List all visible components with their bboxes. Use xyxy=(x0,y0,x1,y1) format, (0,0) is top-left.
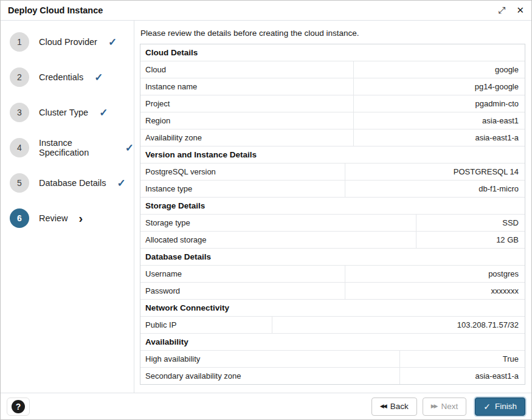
row-label: Username xyxy=(140,266,345,282)
section-title: Storage Details xyxy=(140,198,525,215)
row-label: Project xyxy=(140,95,354,112)
chevron-right-icon: › xyxy=(79,212,83,224)
step-number-badge: 4 xyxy=(10,138,29,157)
dialog-footer: ? ◀◀ Back ▶▶ Next ✓ Finish xyxy=(1,393,531,419)
instruction-text: Please review the details before creatin… xyxy=(140,29,525,38)
row-label: Instance name xyxy=(140,78,354,95)
next-button-label: Next xyxy=(441,402,458,411)
back-button-label: Back xyxy=(390,402,409,411)
row-value: POSTGRESQL 14 xyxy=(345,164,525,180)
row-value: True xyxy=(400,351,525,367)
row-label: Public IP xyxy=(140,317,272,333)
close-icon: ✕ xyxy=(516,5,524,16)
row-value: SSD xyxy=(416,215,525,231)
check-icon: ✓ xyxy=(94,71,103,84)
row-value: asia-east1-a xyxy=(354,129,525,146)
footer-buttons: ◀◀ Back ▶▶ Next ✓ Finish xyxy=(371,398,525,416)
maximize-button[interactable]: ⤢ xyxy=(498,6,505,15)
step-label: Cluster Type xyxy=(39,108,88,117)
row-label: PostgreSQL version xyxy=(140,164,345,180)
table-row: Availability zone asia-east1-a xyxy=(140,129,525,146)
table-row: Public IP 103.208.71.57/32 xyxy=(140,317,525,334)
section-rows: High availability True Secondary availab… xyxy=(140,351,525,384)
wizard-step[interactable]: 1 Cloud Provider ✓ xyxy=(1,24,134,60)
step-number-badge: 3 xyxy=(10,103,29,122)
row-label: Allocated storage xyxy=(140,232,416,248)
section-title: Cloud Details xyxy=(140,44,525,61)
row-label: Instance type xyxy=(140,181,345,197)
row-label: Cloud xyxy=(140,61,354,78)
wizard-sidebar: 1 Cloud Provider ✓ 2 Credentials ✓ 3 Clu… xyxy=(1,21,134,393)
section-title: Network Connectivity xyxy=(140,300,525,317)
row-value: asia-east1-a xyxy=(400,368,525,384)
dialog-body: 1 Cloud Provider ✓ 2 Credentials ✓ 3 Clu… xyxy=(1,21,531,393)
table-row: Secondary availability zone asia-east1-a xyxy=(140,368,525,384)
check-icon: ✓ xyxy=(108,36,117,49)
review-box: Cloud Details Cloud google Instance name… xyxy=(140,44,525,385)
step-label: Review xyxy=(39,213,68,223)
step-number-badge: 2 xyxy=(10,67,29,87)
review-content: Please review the details before creatin… xyxy=(134,21,531,393)
check-icon: ✓ xyxy=(125,142,134,154)
table-row: Instance name pg14-google xyxy=(140,78,525,95)
row-value: db-f1-micro xyxy=(345,181,525,197)
row-label: Secondary availability zone xyxy=(140,368,400,384)
finish-button[interactable]: ✓ Finish xyxy=(475,398,525,416)
review-section: Cloud Details Cloud google Instance name… xyxy=(140,44,525,146)
table-row: Storage type SSD xyxy=(140,215,525,232)
section-title: Version and Instance Details xyxy=(140,146,525,164)
finish-button-label: Finish xyxy=(495,402,517,411)
section-title: Database Details xyxy=(140,249,525,266)
check-icon: ✓ xyxy=(117,177,125,190)
table-row: Instance type db-f1-micro xyxy=(140,181,525,198)
double-left-arrow-icon: ◀◀ xyxy=(380,404,386,409)
wizard-step[interactable]: 4 Instance Specification ✓ xyxy=(1,130,134,165)
section-title: Availability xyxy=(140,334,525,351)
step-label: Credentials xyxy=(39,72,83,82)
review-section: Network Connectivity Public IP 103.208.7… xyxy=(140,300,525,334)
table-row: Cloud google xyxy=(140,61,525,78)
wizard-step[interactable]: 5 Database Details ✓ xyxy=(1,165,134,201)
review-section: Storage Details Storage type SSD Allocat… xyxy=(140,198,525,249)
question-icon: ? xyxy=(12,400,25,413)
review-section: Database Details Username postgres Passw… xyxy=(140,249,525,300)
wizard-step[interactable]: 3 Cluster Type ✓ xyxy=(1,95,134,130)
table-row: Project pgadmin-cto xyxy=(140,95,525,112)
step-number-badge: 6 xyxy=(10,208,29,228)
check-icon: ✓ xyxy=(99,106,108,119)
section-rows: Storage type SSD Allocated storage 12 GB xyxy=(140,215,525,249)
maximize-icon: ⤢ xyxy=(498,5,505,16)
row-value: xxxxxxx xyxy=(345,283,525,299)
step-number-badge: 1 xyxy=(10,32,29,52)
row-value: 103.208.71.57/32 xyxy=(272,317,525,333)
wizard-step[interactable]: 6 Review › xyxy=(1,201,134,236)
help-button[interactable]: ? xyxy=(7,398,30,416)
close-button[interactable]: ✕ xyxy=(516,6,524,15)
table-row: Allocated storage 12 GB xyxy=(140,232,525,249)
section-rows: Username postgres Password xxxxxxx xyxy=(140,266,525,300)
row-value: google xyxy=(354,61,525,78)
table-row: High availability True xyxy=(140,351,525,368)
row-value: pgadmin-cto xyxy=(354,95,525,112)
table-row: Password xxxxxxx xyxy=(140,283,525,300)
wizard-steps: 1 Cloud Provider ✓ 2 Credentials ✓ 3 Clu… xyxy=(1,24,134,236)
wizard-step[interactable]: 2 Credentials ✓ xyxy=(1,60,134,95)
review-section: Version and Instance Details PostgreSQL … xyxy=(140,146,525,198)
row-label: Storage type xyxy=(140,215,416,231)
double-right-arrow-icon: ▶▶ xyxy=(431,404,437,409)
deploy-cloud-instance-dialog: Deploy Cloud Instance ⤢ ✕ 1 Cloud Provid… xyxy=(0,0,532,420)
step-label: Instance Specification xyxy=(39,138,114,157)
step-label: Cloud Provider xyxy=(39,37,97,47)
section-rows: PostgreSQL version POSTGRESQL 14 Instanc… xyxy=(140,164,525,198)
table-row: Region asia-east1 xyxy=(140,112,525,129)
next-button[interactable]: ▶▶ Next xyxy=(423,398,467,416)
row-label: Region xyxy=(140,112,354,129)
row-label: High availability xyxy=(140,351,400,367)
dialog-titlebar: Deploy Cloud Instance ⤢ ✕ xyxy=(1,1,531,21)
review-section: Availability High availability True Seco… xyxy=(140,334,525,384)
back-button[interactable]: ◀◀ Back xyxy=(371,398,417,416)
step-label: Database Details xyxy=(39,178,106,188)
row-value: postgres xyxy=(345,266,525,282)
dialog-title: Deploy Cloud Instance xyxy=(8,5,103,15)
window-controls: ⤢ ✕ xyxy=(498,6,524,15)
